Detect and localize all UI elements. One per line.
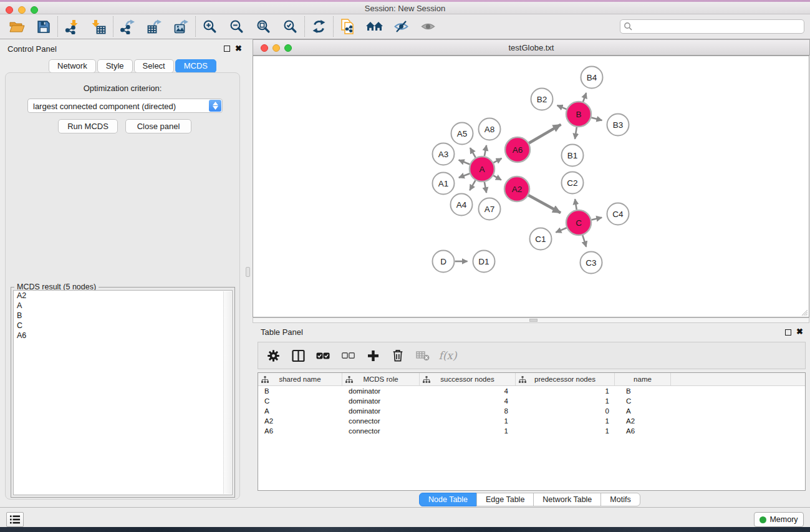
edge-A-A2: [493, 175, 501, 180]
tab-motifs[interactable]: Motifs: [600, 493, 640, 506]
mcds-result-list: A2ABCA6: [13, 290, 233, 495]
columns-icon[interactable]: [291, 348, 306, 363]
control-panel-close-icon[interactable]: ✖: [235, 45, 242, 52]
table-row[interactable]: A6connector11A6: [258, 426, 805, 436]
search-icon: [624, 22, 633, 31]
network-file-icon[interactable]: [334, 16, 361, 38]
criterion-dropdown[interactable]: largest connected component (directed): [27, 99, 223, 113]
open-folder-icon[interactable]: [3, 16, 30, 38]
delete-column-icon[interactable]: [390, 348, 405, 363]
show-eye-icon: [415, 16, 441, 38]
tab-select[interactable]: Select: [134, 59, 174, 73]
window-resize-grip[interactable]: [799, 307, 808, 316]
gear-icon[interactable]: [266, 348, 281, 363]
result-item[interactable]: A6: [14, 331, 232, 341]
scrollbar-thumb[interactable]: [529, 319, 538, 322]
control-panel-float-icon[interactable]: [224, 46, 230, 52]
refresh-icon[interactable]: [306, 16, 332, 38]
column-header-predecessor-nodes[interactable]: predecessor nodes: [516, 373, 615, 385]
node-label-D: D: [440, 257, 446, 266]
tab-network[interactable]: Network: [49, 59, 96, 73]
table-row[interactable]: Cdominator41C: [258, 396, 805, 406]
edge-C-C2: [575, 199, 577, 210]
optimization-criterion-label: Optimization criterion:: [6, 84, 239, 93]
node-label-B: B: [576, 110, 581, 119]
column-header-name[interactable]: name: [615, 373, 671, 385]
cell: 4: [420, 386, 516, 396]
node-label-A1: A1: [438, 179, 449, 188]
column-header-MCDS-role[interactable]: MCDS role: [342, 373, 420, 385]
import-network-icon[interactable]: [59, 16, 85, 38]
cell: A6: [258, 426, 342, 436]
result-item[interactable]: C: [14, 321, 232, 331]
cell: 1: [516, 386, 615, 396]
result-item[interactable]: A: [14, 301, 232, 311]
cell: 1: [516, 396, 615, 406]
hide-eye-icon[interactable]: [388, 16, 415, 38]
panel-splitter-handle[interactable]: [246, 267, 250, 277]
network-canvas[interactable]: B4B2BB3A5A8A6B1A3AA1C2A2A4A7C4CC1C3DD1: [253, 56, 809, 317]
node-label-A7: A7: [485, 205, 495, 214]
export-network-icon[interactable]: [114, 16, 141, 38]
zoom-in-icon[interactable]: [196, 16, 223, 38]
list-icon: [10, 515, 20, 524]
node-label-A6: A6: [513, 145, 523, 155]
cell: 1: [516, 426, 615, 436]
task-history-button[interactable]: [6, 512, 24, 527]
node-label-A: A: [479, 165, 485, 174]
node-label-A2: A2: [512, 185, 523, 194]
node-label-B3: B3: [613, 120, 624, 130]
main-titlebar: Session: New Session: [0, 2, 810, 14]
column-header-shared-name[interactable]: shared name: [258, 373, 342, 385]
cell: A: [615, 406, 671, 416]
mcds-result-items: A2ABCA6: [14, 291, 232, 341]
export-table-icon[interactable]: [141, 16, 168, 38]
run-mcds-button[interactable]: Run MCDS: [58, 119, 118, 133]
home-icon[interactable]: [361, 16, 388, 38]
tab-style[interactable]: Style: [97, 59, 133, 73]
tab-mcds[interactable]: MCDS: [175, 59, 216, 73]
result-item[interactable]: A2: [14, 291, 232, 301]
add-column-icon[interactable]: [365, 348, 380, 363]
table-row[interactable]: Adominator80A: [258, 406, 805, 416]
table-body: Bdominator41BCdominator41CAdominator80AA…: [258, 386, 805, 436]
select-all-icon[interactable]: [316, 348, 330, 363]
zoom-out-icon[interactable]: [223, 16, 250, 38]
table-row[interactable]: A2connector11A2: [258, 416, 805, 426]
export-image-icon[interactable]: [168, 16, 195, 38]
table-panel-float-icon[interactable]: [785, 329, 791, 336]
table-row[interactable]: Bdominator41B: [258, 386, 805, 396]
cell: 1: [420, 426, 516, 436]
session-title: Session: New Session: [0, 4, 810, 13]
tab-node-table[interactable]: Node Table: [419, 493, 477, 506]
table-panel-close-icon[interactable]: ✖: [796, 328, 803, 336]
main-toolbar: [0, 14, 810, 39]
tab-network-table[interactable]: Network Table: [533, 493, 601, 506]
desktop-wallpaper-bottom: [0, 527, 810, 532]
result-item[interactable]: B: [14, 311, 232, 321]
network-horizontal-scrollbar[interactable]: [253, 317, 809, 323]
deselect-all-icon[interactable]: [340, 348, 355, 363]
edge-A-A6: [493, 158, 501, 163]
result-list-scrollbar[interactable]: [223, 291, 231, 494]
delete-table-icon: [415, 348, 430, 363]
cell: A2: [615, 416, 671, 426]
cell: C: [615, 396, 671, 406]
toolbar-separator: [195, 16, 196, 37]
search-input[interactable]: [633, 20, 804, 33]
import-table-icon[interactable]: [85, 16, 112, 38]
close-panel-button[interactable]: Close panel: [125, 119, 191, 133]
zoom-fit-icon[interactable]: [250, 16, 277, 38]
column-header-successor-nodes[interactable]: successor nodes: [420, 373, 516, 385]
save-icon[interactable]: [30, 16, 57, 38]
cell: dominator: [342, 406, 420, 416]
node-label-A3: A3: [438, 150, 449, 159]
search-field[interactable]: [620, 19, 804, 34]
mcds-panel: Optimization criterion: largest connecte…: [5, 72, 240, 500]
zoom-selected-icon[interactable]: [277, 16, 304, 38]
dropdown-stepper-icon[interactable]: [209, 100, 221, 112]
node-label-C1: C1: [535, 235, 546, 244]
memory-button[interactable]: Memory: [754, 512, 804, 527]
tab-edge-table[interactable]: Edge Table: [476, 493, 534, 506]
status-bar: Memory: [0, 507, 810, 527]
